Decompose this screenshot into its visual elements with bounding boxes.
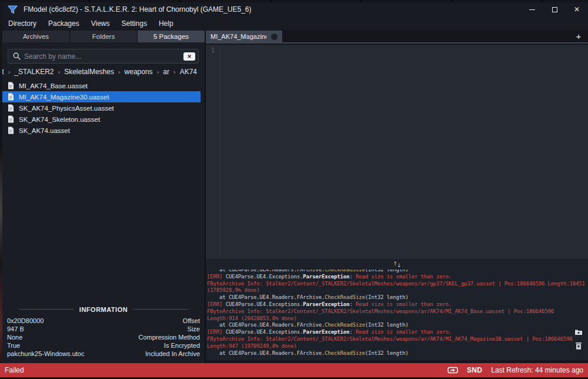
log-line: [ERR] CUE4Parse.UE4.Exceptions.ParserExc… (207, 329, 588, 336)
log-line: Length:947 (19709249,8% done) (207, 343, 588, 350)
file-icon (8, 127, 14, 134)
info-value: 0x20D80000 (7, 317, 44, 325)
menu-item-packages[interactable]: Packages (42, 16, 85, 31)
minimize-button[interactable] (521, 2, 543, 16)
info-row: pakchunk25-Windows.utocIncluded In Archi… (7, 350, 200, 358)
log-output[interactable]: at CUE4Parse.UE4.Readers.FArchive.CheckR… (206, 270, 588, 360)
file-icon (8, 82, 14, 89)
log-line: at CUE4Parse.UE4.Readers.FArchive.CheckR… (207, 270, 588, 274)
info-label: Size (188, 325, 200, 333)
status-text: Failed (5, 366, 24, 374)
menubar: DirectoryPackagesViewsSettingsHelp (2, 16, 588, 31)
window-controls: ✕ (521, 2, 588, 16)
titlebar: FModel (c6c8cf2) - S.T.A.L.K.E.R. 2: Hea… (2, 2, 588, 16)
window-title: FModel (c6c8cf2) - S.T.A.L.K.E.R. 2: Hea… (24, 5, 251, 14)
file-name: MI_AK74_Magazine30.uasset (19, 94, 109, 101)
menu-item-help[interactable]: Help (153, 16, 179, 31)
search-input[interactable] (21, 52, 183, 61)
file-name: SK_AK74_Skeleton.uasset (19, 116, 100, 123)
breadcrumb-separator-icon: › (157, 68, 159, 75)
breadcrumb-segment[interactable]: SkeletalMeshes (64, 68, 114, 76)
copy-log-icon[interactable] (574, 328, 583, 336)
log-line: [ERR] CUE4Parse.UE4.Exceptions.ParserExc… (207, 274, 588, 281)
maximize-button[interactable] (543, 2, 566, 16)
search-box: ✕ (8, 49, 199, 64)
fmodel-window: FModel (c6c8cf2) - S.T.A.L.K.E.R. 2: Hea… (0, 0, 588, 379)
tab-archives[interactable]: Archives (2, 31, 69, 42)
breadcrumb-separator-icon: › (173, 68, 176, 75)
info-value: 947 B (7, 325, 24, 333)
left-tab-strip: ArchivesFolders5 Packages (2, 31, 205, 42)
close-button[interactable]: ✕ (566, 2, 588, 16)
log-line: FByteArchive Info: Stalker2/Content/_STA… (207, 281, 588, 288)
info-value: None (7, 333, 22, 341)
log-line: at CUE4Parse.UE4.Readers.FArchive.CheckR… (207, 294, 588, 301)
editor-viewer[interactable]: 1 (206, 45, 588, 259)
editor-line-number: 1 (211, 47, 215, 54)
log-line: at CUE4Parse.UE4.Readers.FArchive.CheckR… (207, 350, 588, 357)
info-label: Is Encrypted (164, 341, 200, 350)
information-section: INFORMATION 0x20D80000Offset947 BSizeNon… (2, 305, 205, 358)
file-row[interactable]: MI_AK74_Base.uasset (2, 80, 201, 91)
file-row[interactable]: MI_AK74_Magazine30.uasset (2, 91, 201, 102)
right-panel: MI_AK74_Magazine... + 1 ↑↓ at CUE4Parse.… (206, 31, 588, 363)
resize-grip-icon: ↑↓ (393, 261, 400, 267)
clear-log-icon[interactable] (574, 341, 583, 350)
tab-folders[interactable]: Folders (70, 31, 137, 42)
statusbar: Failed SND Last Refresh: 44 minutes ago (0, 363, 588, 377)
breadcrumb-segment[interactable]: AK74 (180, 68, 197, 76)
file-row[interactable]: SK_AK74_PhysicsAsset.uasset (2, 102, 201, 114)
info-label: Included In Archive (145, 350, 200, 358)
log-line: (1785920,9% done) (207, 287, 588, 294)
menu-item-settings[interactable]: Settings (116, 16, 153, 31)
menu-item-views[interactable]: Views (85, 16, 116, 31)
document-tab-bar: MI_AK74_Magazine... + (206, 31, 588, 44)
information-title: INFORMATION (79, 306, 128, 313)
statusbar-right: SND Last Refresh: 44 minutes ago (447, 366, 583, 374)
add-tab-button[interactable]: + (573, 31, 584, 42)
tab-close-icon[interactable] (271, 34, 278, 40)
editor-caret-guide (219, 48, 220, 255)
breadcrumb: lker2›Content›_STALKER2›SkeletalMeshes›w… (2, 67, 197, 77)
information-header: INFORMATION (2, 305, 205, 313)
log-line: FByteArchive Info: Stalker2/Content/_STA… (207, 336, 588, 343)
file-name: SK_AK74_PhysicsAsset.uasset (19, 105, 114, 112)
log-line: at CUE4Parse.UE4.Readers.FArchive.CheckR… (207, 322, 588, 329)
snd-badge: SND (467, 366, 482, 374)
menu-item-directory[interactable]: Directory (2, 16, 42, 31)
breadcrumb-segment[interactable]: weapons (125, 68, 153, 76)
file-name: SK_AK74.uasset (19, 127, 70, 134)
tab-5-packages[interactable]: 5 Packages (138, 31, 205, 42)
info-row: TrueIs Encrypted (7, 341, 200, 350)
fmodel-logo-icon (8, 5, 18, 14)
file-icon (8, 115, 14, 123)
log-line: FByteArchive Info: Stalker2/Content/_STA… (207, 308, 588, 315)
log-line: [ERR] CUE4Parse.UE4.Exceptions.ParserExc… (207, 301, 588, 308)
info-row: 947 BSize (7, 325, 200, 333)
info-label: Offset (183, 317, 200, 325)
breadcrumb-separator-icon: › (118, 68, 121, 75)
last-refresh-text: Last Refresh: 44 minutes ago (491, 366, 583, 374)
file-icon (8, 104, 14, 112)
breadcrumb-segment[interactable]: ar (163, 68, 169, 76)
log-line: Length:914 (20420853,0% done) (207, 315, 588, 323)
left-panel: ArchivesFolders5 Packages ✕ lker2›Conten… (2, 31, 205, 363)
info-value: pakchunk25-Windows.utoc (7, 350, 84, 358)
info-value: True (7, 341, 20, 350)
search-icon (13, 52, 21, 60)
package-file-list: MI_AK74_Base.uassetMI_AK74_Magazine30.ua… (2, 80, 201, 136)
file-row[interactable]: SK_AK74_Skeleton.uasset (2, 114, 201, 125)
breadcrumb-segment[interactable]: Content (2, 68, 4, 76)
file-icon (8, 93, 14, 101)
info-row: 0x20D80000Offset (7, 317, 200, 325)
log-splitter-handle[interactable]: ↑↓ (206, 259, 588, 270)
file-row[interactable]: SK_AK74.uasset (2, 125, 201, 136)
info-row: NoneCompression Method (7, 333, 200, 341)
auto-refresh-icon (447, 367, 458, 374)
file-name: MI_AK74_Base.uasset (19, 82, 88, 89)
document-tab[interactable]: MI_AK74_Magazine... (206, 31, 282, 42)
clear-search-icon[interactable]: ✕ (183, 52, 195, 61)
breadcrumb-segment[interactable]: _STALKER2 (14, 68, 54, 76)
log-actions (574, 328, 583, 350)
breadcrumb-separator-icon: › (8, 68, 11, 75)
